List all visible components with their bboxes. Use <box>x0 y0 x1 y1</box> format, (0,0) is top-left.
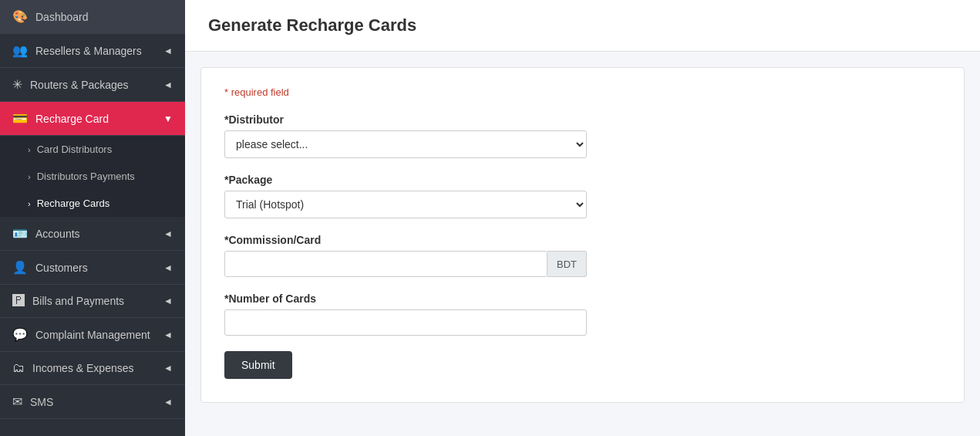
chevron-right-icon: › <box>28 199 31 208</box>
sidebar-item-dashboard[interactable]: 🎨 Dashboard <box>0 0 185 34</box>
sidebar-sub-item-label: Recharge Cards <box>37 198 110 209</box>
sidebar-item-routers[interactable]: ✳ Routers & Packages ◄ <box>0 68 185 102</box>
submit-button[interactable]: Submit <box>224 351 292 379</box>
complaint-icon: 💬 <box>12 327 28 342</box>
recharge-card-icon: 💳 <box>12 111 28 126</box>
sidebar: 🎨 Dashboard 👥 Resellers & Managers ◄ ✳ R… <box>0 0 185 436</box>
sidebar-item-label: Dashboard <box>35 11 89 23</box>
required-note: * required field <box>224 86 941 98</box>
page-title: Generate Recharge Cards <box>208 15 957 35</box>
sidebar-sub-item-label: Distributors Payments <box>37 171 135 182</box>
dashboard-icon: 🎨 <box>12 9 28 24</box>
sidebar-sub-item-label: Card Distributors <box>37 144 113 155</box>
chevron-right-icon: › <box>28 145 31 154</box>
chevron-left-icon: ◄ <box>163 228 173 239</box>
distributor-group: *Distributor please select... <box>224 113 941 158</box>
commission-input-wrapper: BDT <box>224 251 587 277</box>
chevron-right-icon: › <box>28 172 31 181</box>
main-content: Generate Recharge Cards * required field… <box>185 0 980 436</box>
num-cards-label: *Number of Cards <box>224 292 941 305</box>
distributor-select[interactable]: please select... <box>224 130 587 158</box>
package-select[interactable]: Trial (Hotspot) <box>224 191 587 218</box>
package-group: *Package Trial (Hotspot) <box>224 174 941 218</box>
sidebar-item-label: Accounts <box>35 228 80 240</box>
sidebar-item-label: Incomes & Expenses <box>32 362 134 374</box>
sidebar-sub-item-card-distributors[interactable]: › Card Distributors <box>0 136 185 163</box>
sidebar-item-resellers[interactable]: 👥 Resellers & Managers ◄ <box>0 34 185 68</box>
sidebar-item-recharge-card[interactable]: 💳 Recharge Card ▼ <box>0 102 185 136</box>
sidebar-item-sms[interactable]: ✉ SMS ◄ <box>0 385 185 419</box>
sidebar-item-complaint[interactable]: 💬 Complaint Management ◄ <box>0 318 185 352</box>
sidebar-item-label: SMS <box>30 396 53 408</box>
chevron-left-icon: ◄ <box>163 296 173 306</box>
customers-icon: 👤 <box>12 260 28 275</box>
sidebar-item-label: Customers <box>35 262 88 274</box>
chevron-left-icon: ◄ <box>163 46 173 56</box>
resellers-icon: 👥 <box>12 43 28 58</box>
commission-input[interactable] <box>224 251 547 277</box>
chevron-down-icon: ▼ <box>163 113 173 124</box>
page-header: Generate Recharge Cards <box>185 0 980 52</box>
chevron-left-icon: ◄ <box>163 262 173 273</box>
sidebar-sub-item-recharge-cards[interactable]: › Recharge Cards <box>0 190 185 217</box>
sidebar-sub-item-distributors-payments[interactable]: › Distributors Payments <box>0 163 185 190</box>
incomes-icon: 🗂 <box>12 361 25 375</box>
commission-group: *Commission/Card BDT <box>224 234 941 277</box>
sidebar-item-label: Recharge Card <box>35 113 109 125</box>
accounts-icon: 🪪 <box>12 226 28 241</box>
chevron-left-icon: ◄ <box>163 397 173 407</box>
bills-icon: 🅿 <box>12 294 25 308</box>
num-cards-group: *Number of Cards <box>224 292 941 336</box>
sidebar-item-bills[interactable]: 🅿 Bills and Payments ◄ <box>0 285 185 318</box>
sidebar-item-accounts[interactable]: 🪪 Accounts ◄ <box>0 217 185 251</box>
sidebar-item-label: Complaint Management <box>35 329 150 341</box>
commission-addon: BDT <box>547 251 587 277</box>
num-cards-input[interactable] <box>224 309 587 336</box>
form-container: * required field *Distributor please sel… <box>200 67 965 403</box>
sidebar-item-label: Bills and Payments <box>32 295 124 307</box>
chevron-left-icon: ◄ <box>163 79 173 90</box>
package-label: *Package <box>224 174 941 186</box>
distributor-label: *Distributor <box>224 113 941 126</box>
routers-icon: ✳ <box>12 77 22 92</box>
sidebar-item-customers[interactable]: 👤 Customers ◄ <box>0 251 185 285</box>
sms-icon: ✉ <box>12 394 22 409</box>
sidebar-item-incomes[interactable]: 🗂 Incomes & Expenses ◄ <box>0 352 185 385</box>
sidebar-item-label: Routers & Packages <box>30 79 129 91</box>
chevron-left-icon: ◄ <box>163 330 173 340</box>
commission-label: *Commission/Card <box>224 234 941 246</box>
chevron-left-icon: ◄ <box>163 363 173 373</box>
sidebar-item-label: Resellers & Managers <box>35 45 142 57</box>
